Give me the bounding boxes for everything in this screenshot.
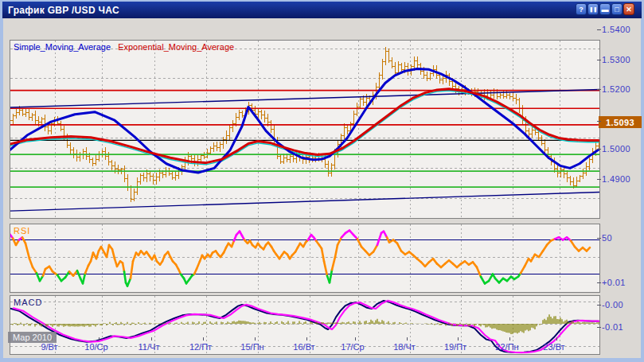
rsi-axis-label: 50 [602,233,642,243]
macd-label: MACD [14,298,42,307]
time-axis-label: 11/Чт [139,342,160,352]
time-axis-label: 22/Пн [495,342,518,352]
price-axis-tick [597,121,601,122]
time-axis-label: 23/Вт [543,342,564,352]
window-title: График GBP /USD ЧАС [2,5,119,16]
time-axis-tick [99,337,100,341]
macd-axis-label: -0.00 [602,300,642,309]
title-bar[interactable]: График GBP /USD ЧАС [2,2,642,18]
time-axis-tick [509,337,510,341]
price-chart-canvas[interactable] [10,41,599,218]
minimize-button[interactable]: ▬ [599,3,611,15]
current-price-badge: 1.5093 [599,116,642,128]
rsi-panel[interactable]: RSI [10,224,600,293]
chart-client-area: Simple_Moving_Average Exponential_Moving… [3,18,641,358]
macd-axis-tick [597,327,601,328]
sma-legend-label: Simple_Moving_Average [14,42,111,52]
indicator-legend: Simple_Moving_Average Exponential_Moving… [14,42,234,52]
rsi-label: RSI [14,226,30,235]
price-axis-label: 1.5400 [602,25,642,34]
time-axis-label: 18/Чт [393,342,416,352]
close-button[interactable]: ✕ [623,3,634,15]
rsi-axis-tick [597,238,601,239]
price-axis-tick [597,179,601,180]
ema-legend-label: Exponential_Moving_Average [118,42,234,52]
time-axis-label: 10/Ср [84,342,107,352]
time-axis-tick [255,337,256,341]
price-chart-panel[interactable]: Simple_Moving_Average Exponential_Moving… [10,40,600,219]
time-axis-label: 12/Пт [189,342,212,352]
price-axis-tick [597,29,601,30]
price-axis-label: 1.5200 [602,84,642,94]
time-axis-tick [556,337,557,341]
pause-button[interactable]: ❚❚ [587,3,599,15]
time-axis-tick [355,337,356,341]
time-axis-label: 19/Пт [444,342,466,352]
time-axis-tick [306,337,307,341]
time-axis-label: 15/Пн [240,342,263,352]
time-axis-label: 9/Вт [41,342,57,352]
price-axis-tick [597,60,601,60]
maximize-button[interactable]: □ [611,3,623,15]
time-axis-tick [458,337,459,341]
help-button[interactable]: ? [576,3,587,15]
price-axis-tick [597,149,601,150]
time-axis-label: 17/Ср [341,342,364,352]
price-axis-label: 1.5300 [602,55,642,64]
month-label: Мар 2010 [8,332,57,343]
price-axis-tick [597,89,601,90]
time-axis-tick [151,337,152,341]
macd-axis-tick [597,305,601,306]
time-axis-tick [407,337,408,341]
time-axis-label: 16/Вт [293,342,314,352]
chart-window: График GBP /USD ЧАС ?❚❚▬□✕ Simple_Moving… [0,0,644,362]
macd-axis-tick [597,282,601,283]
macd-axis-label: +0.01 [602,278,642,287]
window-buttons: ?❚❚▬□✕ [576,3,634,15]
rsi-canvas[interactable] [10,224,599,292]
macd-axis-label: -0.01 [602,322,642,332]
price-axis-label: 1.4900 [602,174,642,184]
price-axis-label: 1.5000 [602,144,642,154]
time-axis-tick [203,337,204,341]
